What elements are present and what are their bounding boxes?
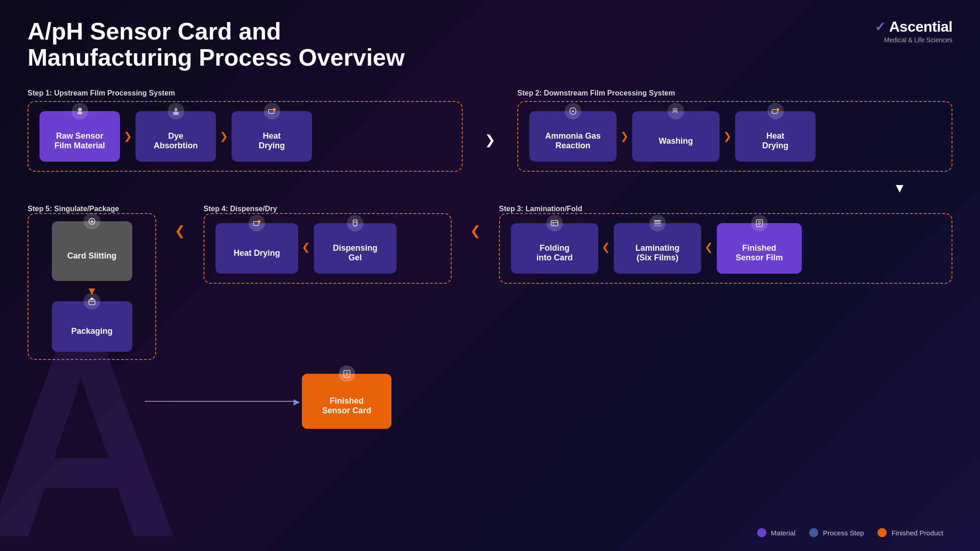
arrow-1-1: ❯ bbox=[124, 130, 132, 142]
finished-card-icon bbox=[339, 365, 355, 382]
svg-rect-14 bbox=[654, 220, 661, 222]
raw-sensor-icon bbox=[72, 103, 88, 119]
heat-drying-s2-text: HeatDrying bbox=[762, 131, 788, 151]
step4-area: Step 4: Dispense/Dry Heat Drying ❯ bbox=[204, 205, 452, 284]
heat-drying-s1-text: HeatDrying bbox=[259, 131, 285, 151]
step5-label: Step 5: Singulate/Package bbox=[28, 205, 156, 213]
node-heat-drying-s4: Heat Drying bbox=[215, 223, 298, 274]
dispensing-gel-text: DispensingGel bbox=[333, 243, 377, 263]
page-title: A/pH Sensor Card and Manufacturing Proce… bbox=[28, 18, 441, 71]
logo-brand: ✓ Ascential bbox=[875, 18, 952, 35]
node-dye-absorption: DyeAbsorbtion bbox=[136, 111, 216, 162]
card-slitting-text: Card Slitting bbox=[68, 251, 117, 261]
svg-rect-1 bbox=[78, 112, 82, 114]
finished-film-text: FinishedSensor Film bbox=[736, 243, 783, 263]
down-arrow-s2-s3: ▼ bbox=[28, 181, 946, 196]
legend-dot-finished bbox=[878, 528, 887, 537]
svg-point-8 bbox=[91, 220, 93, 223]
legend-finished-product: Finished Product bbox=[878, 528, 943, 537]
legend: Material Process Step Finished Product bbox=[757, 528, 943, 537]
packaging-icon bbox=[84, 293, 100, 309]
svg-rect-16 bbox=[654, 225, 661, 226]
row2-wrapper: Step 5: Singulate/Package Card Slitting … bbox=[28, 205, 952, 360]
step3-label: Step 3: Lamination/Fold bbox=[499, 205, 952, 213]
heat-drying-s1-icon bbox=[264, 103, 280, 119]
step1-label: Step 1: Upstream Film Processing System bbox=[28, 89, 463, 97]
node-laminating: Laminating(Six Films) bbox=[614, 223, 701, 274]
legend-label-material: Material bbox=[771, 529, 795, 537]
bottom-row: ▶ FinishedSensor Card bbox=[46, 374, 952, 429]
logo-subtitle: Medical & Life Sciences bbox=[884, 36, 952, 44]
card-slitting-icon bbox=[84, 213, 100, 230]
laminating-text: Laminating(Six Films) bbox=[635, 243, 680, 263]
node-packaging: Packaging bbox=[52, 301, 132, 352]
legend-material: Material bbox=[757, 528, 795, 537]
finished-film-icon bbox=[751, 215, 768, 231]
arrow-1-2: ❯ bbox=[220, 130, 228, 142]
arrow-2-2: ❯ bbox=[723, 130, 731, 142]
arrow-step1-to-step2: ❯ bbox=[481, 89, 499, 172]
step2-col: Step 2: Downstream Film Processing Syste… bbox=[517, 89, 952, 172]
header: A/pH Sensor Card and Manufacturing Proce… bbox=[28, 18, 952, 71]
step2-box: Ammonia GasReaction ❯ Washing ❯ bbox=[517, 101, 952, 172]
finished-card-text: FinishedSensor Card bbox=[322, 396, 371, 416]
svg-rect-12 bbox=[353, 220, 357, 226]
legend-dot-material bbox=[757, 528, 766, 537]
logo-check-icon: ✓ bbox=[875, 19, 885, 34]
heat-drying-s4-text: Heat Drying bbox=[233, 248, 280, 259]
step5-area: Step 5: Singulate/Package Card Slitting … bbox=[28, 205, 156, 360]
node-finished-sensor-card: FinishedSensor Card bbox=[302, 374, 391, 429]
laminating-icon bbox=[649, 215, 666, 231]
packaging-text: Packaging bbox=[71, 326, 113, 337]
top-rows: Step 1: Upstream Film Processing System … bbox=[28, 89, 952, 172]
svg-rect-9 bbox=[89, 300, 95, 305]
ammonia-icon bbox=[565, 103, 581, 119]
dye-absorption-icon bbox=[168, 103, 184, 119]
node-dispensing-gel: DispensingGel bbox=[314, 223, 397, 274]
svg-rect-13 bbox=[551, 221, 558, 226]
node-heat-drying-s2: HeatDrying bbox=[735, 111, 816, 162]
legend-label-finished: Finished Product bbox=[891, 529, 943, 537]
step2-label: Step 2: Downstream Film Processing Syste… bbox=[517, 89, 952, 97]
packaging-to-finished: ▶ FinishedSensor Card bbox=[126, 374, 391, 429]
dispensing-gel-icon bbox=[347, 215, 363, 231]
node-heat-drying-s1: HeatDrying bbox=[232, 111, 312, 162]
node-card-slitting: Card Slitting bbox=[52, 221, 132, 281]
washing-text: Washing bbox=[659, 136, 693, 146]
step1-col: Step 1: Upstream Film Processing System … bbox=[28, 89, 463, 172]
svg-rect-2 bbox=[173, 112, 179, 115]
arrow-2-1: ❯ bbox=[620, 130, 629, 142]
heat-drying-s4-icon bbox=[249, 215, 265, 231]
dye-absorption-text: DyeAbsorbtion bbox=[154, 131, 198, 151]
logo-text: Ascential bbox=[889, 18, 952, 35]
washing-icon bbox=[668, 103, 684, 119]
ammonia-gas-text: Ammonia GasReaction bbox=[545, 131, 600, 151]
node-raw-sensor: Raw SensorFilm Material bbox=[40, 111, 120, 162]
node-folding: Foldinginto Card bbox=[511, 223, 598, 274]
arrow-3-1: ❯ bbox=[602, 242, 610, 254]
arrow-s4-s3: ❮ bbox=[470, 205, 481, 238]
step4-label: Step 4: Dispense/Dry bbox=[204, 205, 452, 213]
arrow-3-2: ❯ bbox=[705, 242, 713, 254]
node-ammonia-gas: Ammonia GasReaction bbox=[529, 111, 617, 162]
raw-sensor-text: Raw SensorFilm Material bbox=[54, 131, 105, 151]
logo-area: ✓ Ascential Medical & Life Sciences bbox=[875, 18, 952, 44]
node-washing: Washing bbox=[632, 111, 719, 162]
folding-icon bbox=[546, 215, 563, 231]
legend-label-process: Process Step bbox=[823, 529, 864, 537]
legend-dot-process bbox=[809, 528, 818, 537]
legend-process-step: Process Step bbox=[809, 528, 864, 537]
heat-drying-s2-icon bbox=[767, 103, 784, 119]
node-finished-sensor-film: FinishedSensor Film bbox=[717, 223, 802, 274]
diagram: Step 1: Upstream Film Processing System … bbox=[28, 89, 952, 429]
step5-box: Card Slitting ▼ Packaging bbox=[28, 213, 156, 360]
step4-box: Heat Drying ❯ DispensingGel bbox=[204, 213, 452, 284]
folding-text: Foldinginto Card bbox=[537, 243, 573, 263]
step3-area: Step 3: Lamination/Fold Foldinginto Card… bbox=[499, 205, 952, 284]
arrow-s5-s4: ❮ bbox=[175, 205, 185, 238]
step1-box: Raw SensorFilm Material ❯ DyeAbsorbtion … bbox=[28, 101, 463, 172]
arrow-4-1: ❯ bbox=[302, 242, 310, 254]
step3-box: Foldinginto Card ❯ Laminating(Six Films)… bbox=[499, 213, 952, 284]
svg-rect-15 bbox=[654, 223, 661, 224]
